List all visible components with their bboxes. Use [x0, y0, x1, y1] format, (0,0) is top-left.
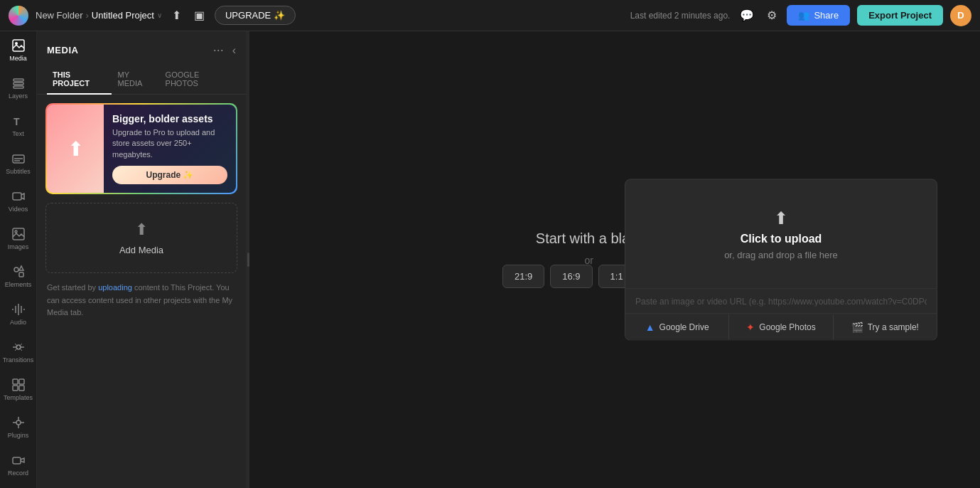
- sidebar-item-audio[interactable]: Audio: [0, 295, 36, 333]
- upgrade-button[interactable]: UPGRADE ✨: [215, 6, 296, 25]
- sidebar-label-plugins: Plugins: [8, 432, 29, 439]
- svg-rect-21: [13, 457, 21, 464]
- upload-service-buttons: ▲ Google Drive ✦ Google Photos 🎬 Try a s…: [625, 314, 937, 341]
- media-panel-content: ⬆ Bigger, bolder assets Upgrade to Pro t…: [37, 95, 246, 488]
- sample-icon: 🎬: [851, 322, 863, 333]
- share-label: Share: [814, 10, 839, 21]
- upload-link[interactable]: uploading: [98, 283, 132, 292]
- sidebar-item-layers[interactable]: Layers: [0, 69, 36, 107]
- add-media-box[interactable]: ⬆ Add Media: [45, 203, 237, 273]
- media-panel: MEDIA ··· ‹ THIS PROJECT MY MEDIA GOOGLE…: [37, 31, 247, 488]
- media-panel-title: MEDIA: [47, 45, 78, 55]
- sidebar-item-videos[interactable]: Videos: [0, 182, 36, 220]
- sidebar-label-videos: Videos: [9, 206, 28, 213]
- svg-rect-10: [13, 228, 24, 240]
- export-button[interactable]: Export Project: [857, 5, 943, 26]
- upload-arrow-icon: ⬆: [774, 208, 788, 228]
- sidebar-label-templates: Templates: [4, 394, 33, 401]
- upload-drop-zone[interactable]: ⬆ Click to upload or, drag and drop a fi…: [625, 179, 937, 290]
- try-sample-label: Try a sample!: [868, 322, 919, 332]
- canvas-area: Start with a blank canvas 21:9 16:9 1:1 …: [249, 31, 980, 488]
- media-tabs: THIS PROJECT MY MEDIA GOOGLE PHOTOS: [37, 66, 246, 95]
- svg-rect-19: [19, 386, 24, 391]
- upgrade-card-image: ⬆: [47, 105, 104, 193]
- preview-button[interactable]: ▣: [191, 6, 208, 25]
- share-icon: 👥: [798, 10, 809, 21]
- sidebar-item-transitions[interactable]: Transitions: [0, 333, 36, 371]
- avatar-initial: D: [957, 10, 964, 21]
- tab-this-project[interactable]: THIS PROJECT: [47, 66, 112, 95]
- help-text: Get started by uploading content to This…: [45, 282, 237, 319]
- google-drive-label: Google Drive: [659, 322, 709, 332]
- media-panel-collapse[interactable]: ‹: [232, 44, 236, 57]
- media-panel-more[interactable]: ···: [210, 40, 227, 60]
- sidebar-label-images: Images: [8, 243, 29, 250]
- sidebar-item-elements[interactable]: Elements: [0, 258, 36, 295]
- add-media-label: Add Media: [119, 245, 163, 255]
- app-logo: [9, 6, 28, 26]
- sidebar-item-more[interactable]: More: [0, 484, 36, 488]
- export-label: Export Project: [868, 10, 932, 21]
- upgrade-card: ⬆ Bigger, bolder assets Upgrade to Pro t…: [45, 103, 237, 194]
- svg-text:T: T: [14, 116, 20, 127]
- upload-sub-text: or, drag and drop a file here: [724, 250, 838, 260]
- comments-button[interactable]: 💬: [737, 6, 757, 25]
- main-layout: Media Layers T Text Subtitles Videos Ima…: [0, 31, 980, 488]
- media-panel-header: MEDIA ··· ‹: [37, 31, 246, 66]
- svg-rect-2: [14, 79, 23, 81]
- sidebar-item-text[interactable]: T Text: [0, 107, 36, 144]
- breadcrumb: New Folder › Untitled Project ∨: [36, 10, 162, 21]
- upgrade-card-text: Bigger, bolder assets Upgrade to Pro to …: [104, 105, 236, 193]
- sidebar-label-audio: Audio: [10, 319, 26, 326]
- svg-point-11: [15, 230, 17, 233]
- sidebar-label-subtitles: Subtitles: [6, 168, 31, 175]
- svg-rect-4: [14, 86, 23, 88]
- google-drive-button[interactable]: ▲ Google Drive: [625, 314, 729, 340]
- sidebar-item-plugins[interactable]: Plugins: [0, 408, 36, 446]
- sidebar-item-record[interactable]: Record: [0, 446, 36, 484]
- sidebar-label-text: Text: [12, 130, 24, 137]
- svg-rect-18: [13, 386, 18, 391]
- sidebar-label-elements: Elements: [5, 281, 32, 288]
- svg-rect-0: [13, 40, 24, 51]
- svg-rect-13: [19, 272, 23, 277]
- url-input-row: [625, 290, 937, 314]
- url-input[interactable]: [625, 290, 937, 314]
- sidebar-item-templates[interactable]: Templates: [0, 371, 36, 408]
- project-name[interactable]: Untitled Project: [92, 10, 154, 21]
- or-text: or: [585, 254, 593, 265]
- upload-main-text: Click to upload: [741, 233, 822, 245]
- upgrade-card-title: Bigger, bolder assets: [112, 113, 227, 124]
- share-button[interactable]: 👥 Share: [787, 5, 850, 26]
- settings-button[interactable]: ⚙: [764, 6, 780, 25]
- tab-my-media[interactable]: MY MEDIA: [112, 66, 159, 95]
- sidebar-item-subtitles[interactable]: Subtitles: [0, 144, 36, 182]
- avatar[interactable]: D: [950, 5, 971, 26]
- google-drive-icon: ▲: [645, 322, 655, 333]
- google-photos-label: Google Photos: [759, 322, 815, 332]
- google-photos-icon: ✦: [746, 322, 755, 333]
- upgrade-label: UPGRADE ✨: [225, 10, 285, 21]
- svg-rect-16: [13, 379, 18, 384]
- svg-marker-14: [19, 266, 23, 270]
- sidebar-label-transitions: Transitions: [3, 356, 34, 364]
- sidebar-item-media[interactable]: Media: [0, 31, 36, 69]
- project-dropdown-icon[interactable]: ∨: [157, 11, 162, 19]
- svg-rect-3: [14, 83, 23, 85]
- tab-google-photos[interactable]: GOOGLE PHOTOS: [160, 66, 236, 95]
- sidebar: Media Layers T Text Subtitles Videos Ima…: [0, 31, 37, 488]
- upload-button[interactable]: ⬆: [169, 6, 184, 25]
- topbar-right: Last edited 2 minutes ago. 💬 ⚙ 👥 Share E…: [630, 5, 971, 26]
- svg-point-20: [16, 420, 21, 425]
- upgrade-card-desc: Upgrade to Pro to upload and store asset…: [112, 127, 227, 160]
- ratio-21-9[interactable]: 21:9: [502, 265, 544, 288]
- sidebar-label-layers: Layers: [9, 92, 28, 100]
- sidebar-item-images[interactable]: Images: [0, 220, 36, 258]
- google-photos-button[interactable]: ✦ Google Photos: [729, 314, 833, 340]
- try-sample-button[interactable]: 🎬 Try a sample!: [834, 314, 937, 340]
- svg-point-12: [14, 267, 18, 272]
- upgrade-card-button[interactable]: Upgrade ✨: [112, 166, 227, 184]
- last-edited: Last edited 2 minutes ago.: [630, 11, 731, 21]
- upload-panel: ⬆ Click to upload or, drag and drop a fi…: [625, 179, 937, 341]
- folder-name[interactable]: New Folder: [36, 10, 82, 21]
